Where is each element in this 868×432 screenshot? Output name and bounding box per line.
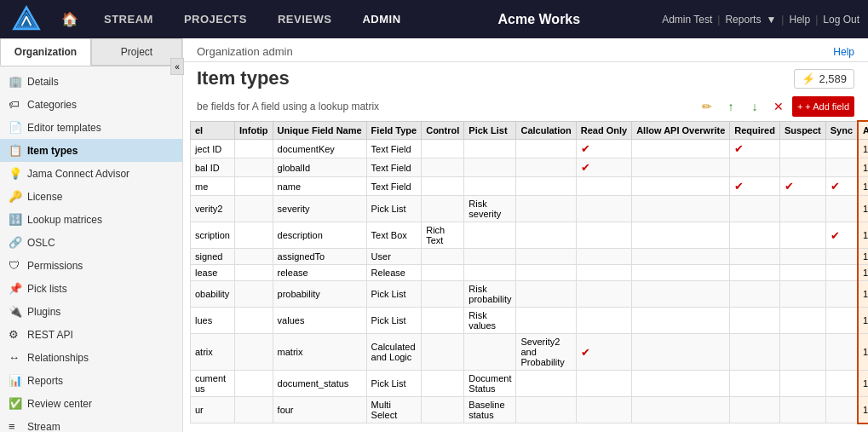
table-cell: Release <box>366 265 422 281</box>
table-row[interactable]: urfourMulti SelectBaseline status1845 <box>191 397 869 423</box>
move-down-button[interactable]: ↓ <box>744 96 765 117</box>
table-cell: ✔ <box>779 177 825 196</box>
edit-button[interactable]: ✏ <box>697 96 717 117</box>
sidebar-item-stream[interactable]: ≡ Stream <box>0 415 182 432</box>
move-up-button[interactable]: ↑ <box>721 96 741 117</box>
table-row[interactable]: menameText Field✔✔✔1418 <box>191 177 869 196</box>
table-cell <box>779 397 825 423</box>
jca-icon: 💡 <box>9 167 22 180</box>
table-container[interactable]: el Infotip Unique Field Name Field Type … <box>183 120 868 432</box>
sidebar-label-relationships: Relationships <box>27 352 89 364</box>
permissions-icon: 🛡 <box>9 259 22 272</box>
sidebar-item-oslc[interactable]: 🔗 OSLC <box>0 231 182 254</box>
review-center-icon: ✅ <box>9 397 22 410</box>
help-link[interactable]: Help <box>789 14 810 26</box>
table-cell <box>234 158 273 177</box>
table-row[interactable]: cument usdocument_statusPick ListDocumen… <box>191 371 869 397</box>
help-button[interactable]: Help <box>833 46 854 58</box>
table-cell: Pick List <box>366 196 422 222</box>
table-cell: Risk severity <box>464 196 516 222</box>
table-row[interactable]: signedassignedToUser1420 <box>191 249 869 265</box>
table-row[interactable]: luesvaluesPick ListRisk values1424 <box>191 308 869 334</box>
table-cell <box>825 196 858 222</box>
table-cell <box>632 222 730 249</box>
sidebar-item-categories[interactable]: 🏷 Categories <box>0 93 182 116</box>
table-cell: ject ID <box>191 140 235 158</box>
table-cell: Calculated and Logic <box>366 334 422 371</box>
nav-projects[interactable]: PROJECTS <box>169 0 262 38</box>
sidebar-item-pick-lists[interactable]: 📌 Pick lists <box>0 277 182 300</box>
sidebar-collapse-button[interactable]: « <box>170 58 184 75</box>
add-field-button[interactable]: + + Add field <box>792 96 854 117</box>
nav-stream[interactable]: STREAM <box>89 0 169 38</box>
sidebar-item-jca[interactable]: 💡 Jama Connect Advisor <box>0 162 182 185</box>
table-cell <box>779 140 825 158</box>
table-row[interactable]: obabilityprobabilityPick ListRisk probab… <box>191 281 869 308</box>
item-types-icon: 📋 <box>9 144 22 157</box>
table-cell <box>516 177 576 196</box>
table-row[interactable]: bal IDglobalIdText Field✔1417 <box>191 158 869 177</box>
editor-templates-icon: 📄 <box>9 121 22 134</box>
sidebar-item-license[interactable]: 🔑 License <box>0 185 182 208</box>
sidebar-item-lookup-matrices[interactable]: 🔢 Lookup matrices <box>0 208 182 231</box>
col-header-unique-field-name: Unique Field Name <box>273 121 366 140</box>
table-cell: Pick List <box>366 308 422 334</box>
sidebar-label-pick-lists: Pick lists <box>27 283 67 295</box>
table-cell <box>464 249 516 265</box>
table-cell <box>234 196 273 222</box>
table-cell: 1845 <box>858 397 868 423</box>
nav-reviews[interactable]: REVIEWS <box>262 0 347 38</box>
tab-organization[interactable]: Organization <box>0 38 91 66</box>
sidebar-item-editor-templates[interactable]: 📄 Editor templates <box>0 116 182 139</box>
table-cell <box>422 196 464 222</box>
nav-links: STREAM PROJECTS REVIEWS ADMIN <box>89 0 417 38</box>
table-cell <box>632 371 730 397</box>
sidebar-item-details[interactable]: 🏢 Details <box>0 70 182 93</box>
table-cell <box>825 265 858 281</box>
col-header-required: Required <box>730 121 780 140</box>
table-row[interactable]: leasereleaseRelease1421 <box>191 265 869 281</box>
nav-admin[interactable]: ADMIN <box>347 0 416 38</box>
sidebar-item-reports[interactable]: 📊 Reports <box>0 369 182 392</box>
table-cell: ✔ <box>825 222 858 249</box>
sidebar-item-permissions[interactable]: 🛡 Permissions <box>0 254 182 277</box>
table-cell <box>422 265 464 281</box>
sidebar-label-rest-api: REST API <box>27 329 73 341</box>
col-header-read-only: Read Only <box>576 121 631 140</box>
table-cell <box>779 334 825 371</box>
stream-icon: ≡ <box>9 420 22 432</box>
sidebar-item-relationships[interactable]: ↔ Relationships <box>0 346 182 369</box>
sidebar-item-review-center[interactable]: ✅ Review center <box>0 392 182 415</box>
user-area: Admin Test | Reports ▼ | Help | Log Out <box>662 14 859 26</box>
table-cell <box>632 196 730 222</box>
table-row[interactable]: scriptiondescriptionText BoxRich Text✔14… <box>191 222 869 249</box>
tab-project[interactable]: Project <box>91 38 182 66</box>
user-name[interactable]: Admin Test <box>662 14 712 26</box>
add-field-label: + Add field <box>805 101 849 112</box>
sidebar-item-plugins[interactable]: 🔌 Plugins <box>0 300 182 323</box>
logout-link[interactable]: Log Out <box>823 14 859 26</box>
table-cell: Text Box <box>366 222 422 249</box>
table-cell <box>516 140 576 158</box>
delete-button[interactable]: ✕ <box>768 96 789 117</box>
count-value: 2,589 <box>819 72 847 85</box>
table-row[interactable]: atrixmatrixCalculated and LogicSeverity2… <box>191 334 869 371</box>
table-cell <box>632 308 730 334</box>
details-icon: 🏢 <box>9 75 22 88</box>
table-row[interactable]: verity2severityPick ListRisk severity142… <box>191 196 869 222</box>
table-cell <box>234 371 273 397</box>
table-cell: Risk values <box>464 308 516 334</box>
sidebar-item-item-types[interactable]: 📋 Item types <box>0 139 182 162</box>
table-cell: assignedTo <box>273 249 366 265</box>
table-cell <box>464 222 516 249</box>
col-header-sync: Sync <box>825 121 858 140</box>
reports-dropdown-icon[interactable]: ▼ <box>766 14 776 26</box>
table-cell <box>234 334 273 371</box>
page-title: Item types <box>197 67 290 89</box>
home-nav-item[interactable]: 🏠 <box>51 0 89 38</box>
app-logo[interactable] <box>9 2 44 37</box>
reports-link[interactable]: Reports <box>725 14 761 26</box>
table-row[interactable]: ject IDdocumentKeyText Field✔✔1416 <box>191 140 869 158</box>
table-cell: verity2 <box>191 196 235 222</box>
sidebar-item-rest-api[interactable]: ⚙ REST API <box>0 323 182 346</box>
